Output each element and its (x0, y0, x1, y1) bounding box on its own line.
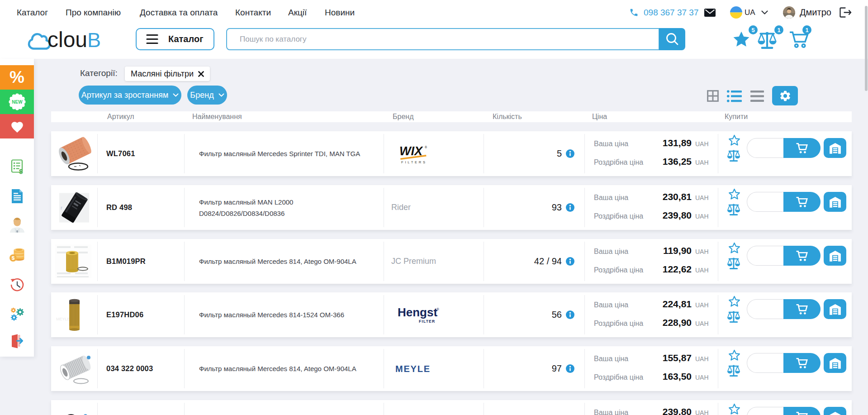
svg-text:$: $ (11, 255, 14, 261)
svg-text:®: ® (425, 146, 427, 149)
svg-text:®: ® (436, 307, 439, 311)
svg-text:NEW: NEW (12, 100, 23, 105)
svg-text:clouB: clouB (47, 28, 101, 52)
svg-text:$: $ (19, 167, 23, 175)
svg-text:Hengst: Hengst (398, 306, 437, 319)
svg-text:MEYLE: MEYLE (56, 317, 70, 321)
svg-text:FILTERS: FILTERS (401, 160, 427, 164)
svg-text:FILTER: FILTER (419, 319, 435, 324)
svg-text:г: г (61, 205, 62, 210)
svg-text:MEYLE: MEYLE (395, 364, 431, 374)
